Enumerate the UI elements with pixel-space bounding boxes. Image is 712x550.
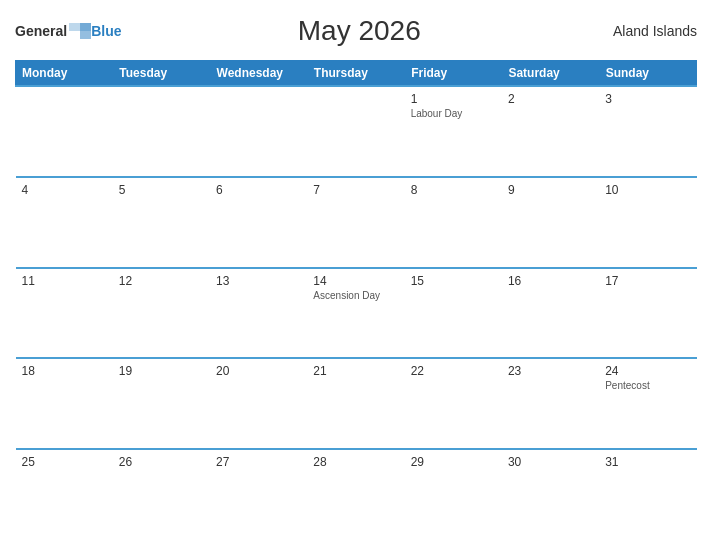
calendar-day-cell: 16: [502, 268, 599, 359]
day-number: 18: [22, 364, 107, 378]
day-number: 30: [508, 455, 593, 469]
calendar-day-cell: 26: [113, 449, 210, 540]
weekday-header: Thursday: [307, 61, 404, 87]
day-number: 11: [22, 274, 107, 288]
calendar-day-cell: [307, 86, 404, 177]
calendar-day-cell: 4: [16, 177, 113, 268]
day-number: 8: [411, 183, 496, 197]
day-number: 7: [313, 183, 398, 197]
calendar-day-cell: 19: [113, 358, 210, 449]
day-number: 19: [119, 364, 204, 378]
weekday-header: Friday: [405, 61, 502, 87]
day-number: 23: [508, 364, 593, 378]
day-number: 24: [605, 364, 690, 378]
day-number: 16: [508, 274, 593, 288]
calendar-day-cell: 2: [502, 86, 599, 177]
weekday-header: Monday: [16, 61, 113, 87]
calendar-day-cell: [16, 86, 113, 177]
calendar-day-cell: [113, 86, 210, 177]
day-number: 29: [411, 455, 496, 469]
calendar-day-cell: 14Ascension Day: [307, 268, 404, 359]
day-number: 12: [119, 274, 204, 288]
day-number: 15: [411, 274, 496, 288]
calendar-day-cell: 28: [307, 449, 404, 540]
calendar-header: General Blue May 2026 Aland Islands: [15, 10, 697, 52]
day-event: Pentecost: [605, 380, 690, 391]
day-number: 20: [216, 364, 301, 378]
logo: General Blue: [15, 23, 121, 39]
day-number: 9: [508, 183, 593, 197]
day-number: 4: [22, 183, 107, 197]
day-number: 27: [216, 455, 301, 469]
day-number: 21: [313, 364, 398, 378]
calendar-week-row: 25262728293031: [16, 449, 697, 540]
weekday-header: Tuesday: [113, 61, 210, 87]
calendar-day-cell: 12: [113, 268, 210, 359]
day-number: 2: [508, 92, 593, 106]
day-number: 10: [605, 183, 690, 197]
calendar-week-row: 11121314Ascension Day151617: [16, 268, 697, 359]
calendar-day-cell: 3: [599, 86, 696, 177]
calendar-day-cell: 31: [599, 449, 696, 540]
day-number: 1: [411, 92, 496, 106]
calendar-day-cell: 9: [502, 177, 599, 268]
weekday-header: Saturday: [502, 61, 599, 87]
calendar-week-row: 1Labour Day23: [16, 86, 697, 177]
day-number: 25: [22, 455, 107, 469]
calendar-day-cell: 21: [307, 358, 404, 449]
calendar-day-cell: 20: [210, 358, 307, 449]
calendar-day-cell: 1Labour Day: [405, 86, 502, 177]
weekday-header: Sunday: [599, 61, 696, 87]
weekday-header: Wednesday: [210, 61, 307, 87]
calendar-day-cell: 27: [210, 449, 307, 540]
calendar-day-cell: 25: [16, 449, 113, 540]
calendar-day-cell: 11: [16, 268, 113, 359]
calendar-day-cell: 24Pentecost: [599, 358, 696, 449]
calendar-day-cell: 22: [405, 358, 502, 449]
logo-general-text: General: [15, 23, 67, 39]
calendar-day-cell: 13: [210, 268, 307, 359]
day-number: 31: [605, 455, 690, 469]
day-event: Ascension Day: [313, 290, 398, 301]
calendar-day-cell: 5: [113, 177, 210, 268]
calendar-day-cell: 6: [210, 177, 307, 268]
calendar-day-cell: 18: [16, 358, 113, 449]
calendar-day-cell: 30: [502, 449, 599, 540]
day-number: 26: [119, 455, 204, 469]
logo-blue-text: Blue: [91, 23, 121, 39]
calendar-day-cell: [210, 86, 307, 177]
calendar-day-cell: 29: [405, 449, 502, 540]
calendar-header-row: MondayTuesdayWednesdayThursdayFridaySatu…: [16, 61, 697, 87]
day-number: 13: [216, 274, 301, 288]
calendar-body: 1Labour Day234567891011121314Ascension D…: [16, 86, 697, 540]
day-number: 22: [411, 364, 496, 378]
day-number: 28: [313, 455, 398, 469]
month-title: May 2026: [121, 15, 597, 47]
day-number: 17: [605, 274, 690, 288]
calendar-day-cell: 23: [502, 358, 599, 449]
day-number: 5: [119, 183, 204, 197]
day-event: Labour Day: [411, 108, 496, 119]
calendar-week-row: 45678910: [16, 177, 697, 268]
day-number: 6: [216, 183, 301, 197]
calendar-day-cell: 15: [405, 268, 502, 359]
calendar-day-cell: 10: [599, 177, 696, 268]
region-label: Aland Islands: [597, 23, 697, 39]
day-number: 14: [313, 274, 398, 288]
svg-marker-2: [80, 23, 91, 39]
calendar-week-row: 18192021222324Pentecost: [16, 358, 697, 449]
calendar-day-cell: 8: [405, 177, 502, 268]
calendar-day-cell: 7: [307, 177, 404, 268]
calendar-day-cell: 17: [599, 268, 696, 359]
logo-flag-icon: [69, 23, 91, 39]
day-number: 3: [605, 92, 690, 106]
calendar-table: MondayTuesdayWednesdayThursdayFridaySatu…: [15, 60, 697, 540]
